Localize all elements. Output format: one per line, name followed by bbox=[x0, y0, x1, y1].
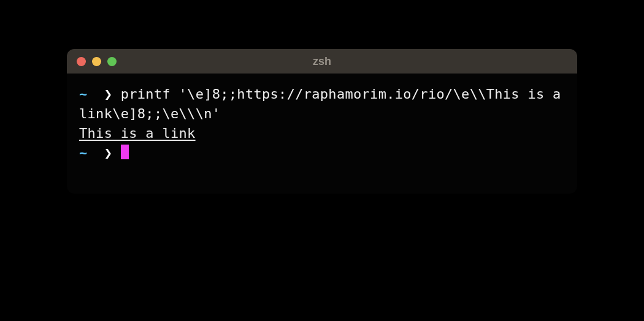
hyperlink-output[interactable]: This is a link bbox=[79, 126, 196, 141]
terminal-window: zsh ~ ❯ printf '\e]8;;https://raphamorim… bbox=[67, 49, 577, 194]
maximize-icon[interactable] bbox=[107, 57, 117, 66]
command-text: printf '\e]8;;https://raphamorim.io/rio/… bbox=[79, 86, 569, 121]
close-icon[interactable] bbox=[77, 57, 86, 66]
prompt-arrow: ❯ bbox=[104, 86, 113, 102]
output-line: This is a link bbox=[79, 124, 565, 143]
traffic-lights bbox=[77, 57, 117, 66]
prompt-arrow: ❯ bbox=[104, 145, 113, 160]
terminal-body[interactable]: ~ ❯ printf '\e]8;;https://raphamorim.io/… bbox=[67, 74, 577, 194]
cursor bbox=[121, 145, 129, 159]
minimize-icon[interactable] bbox=[92, 57, 101, 66]
titlebar: zsh bbox=[67, 49, 577, 74]
prompt-tilde: ~ bbox=[79, 86, 88, 102]
command-line-2: ~ ❯ bbox=[79, 143, 565, 163]
command-line-1: ~ ❯ printf '\e]8;;https://raphamorim.io/… bbox=[79, 85, 565, 124]
window-title: zsh bbox=[313, 55, 331, 68]
prompt-tilde: ~ bbox=[79, 145, 88, 160]
